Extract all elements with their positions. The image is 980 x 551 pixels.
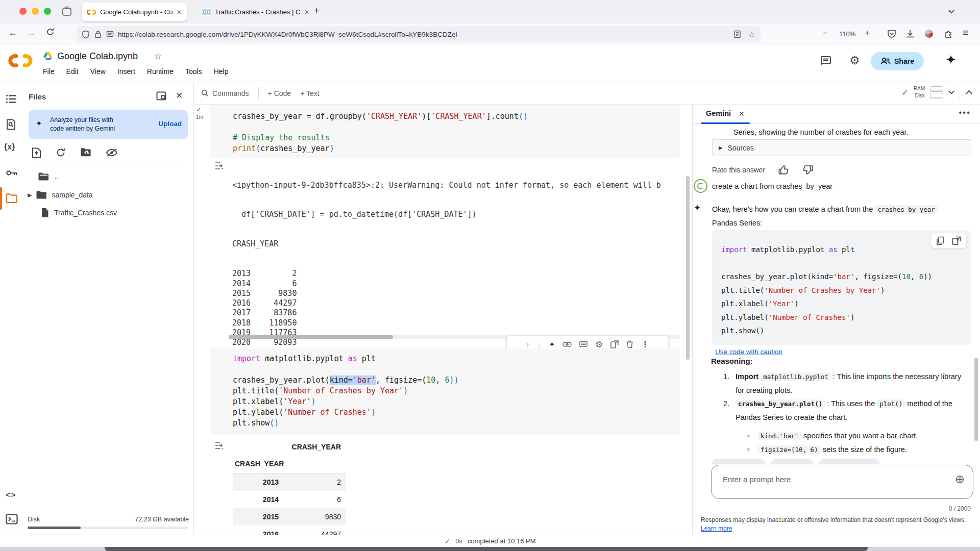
close-gemini-icon[interactable]: ✕	[739, 110, 745, 118]
tree-item-parent[interactable]: ..	[38, 172, 59, 181]
extension-icon[interactable]	[925, 30, 933, 38]
cell2-output-table: CRASH_YEAR CRASH_YEAR 201322014620159830…	[233, 440, 346, 535]
copy-link-icon[interactable]	[562, 342, 572, 347]
zoom-out-icon[interactable]: −	[823, 29, 827, 38]
back-icon[interactable]: ←	[8, 28, 17, 38]
add-text-button[interactable]: + Text	[300, 89, 320, 97]
menu-tools[interactable]: Tools	[185, 67, 202, 76]
star-notebook-icon[interactable]: ☆	[154, 51, 162, 62]
table-of-contents-icon[interactable]	[6, 94, 17, 104]
add-code-button[interactable]: + Code	[268, 89, 291, 97]
close-tab-icon[interactable]: ✕	[304, 9, 309, 16]
lock-icon[interactable]	[94, 30, 102, 38]
menu-view[interactable]: View	[90, 67, 106, 76]
files-folder-icon[interactable]	[6, 193, 17, 203]
comment-icon[interactable]	[579, 341, 587, 348]
bookmark-star-icon[interactable]: ☆	[748, 30, 755, 39]
panel-more-options-icon[interactable]: •••	[959, 108, 971, 118]
tab-gemini[interactable]: Gemini	[706, 109, 731, 117]
resource-gauges[interactable]	[930, 86, 943, 99]
move-cell-up-icon[interactable]: ↑	[526, 340, 530, 349]
minimize-window-button[interactable]	[32, 8, 39, 15]
prompt-input[interactable]	[722, 474, 938, 484]
delete-cell-trash-icon[interactable]	[626, 340, 633, 348]
zoom-in-icon[interactable]: +	[865, 28, 870, 38]
menu-insert[interactable]: Insert	[117, 67, 135, 76]
refresh-icon[interactable]	[56, 147, 66, 158]
gemini-sparkle-icon[interactable]: ✦	[945, 52, 957, 68]
thumbs-up-icon[interactable]	[778, 165, 789, 175]
reasoning-title: Reasoning:	[711, 357, 753, 365]
permissions-icon[interactable]	[106, 31, 114, 38]
insert-code-icon[interactable]	[952, 236, 961, 245]
variables-icon[interactable]: {x}	[4, 142, 15, 152]
downloads-icon[interactable]	[905, 30, 915, 38]
new-tab-button[interactable]: +	[313, 4, 320, 16]
menu-file[interactable]: File	[43, 67, 55, 76]
mount-drive-icon[interactable]	[80, 147, 91, 158]
notebook-scrollbar[interactable]	[686, 176, 690, 360]
cell1-code[interactable]: crashes_by_year = df.groupby('CRASH_YEAR…	[233, 111, 680, 154]
sources-expander[interactable]: ▶ Sources	[712, 139, 971, 156]
browser-zoom-level[interactable]: 110%	[839, 30, 855, 38]
settings-gear-icon[interactable]: ⚙	[849, 54, 860, 67]
chevron-right-icon[interactable]: ▶	[28, 192, 32, 198]
find-replace-icon[interactable]	[6, 119, 16, 130]
gemini-scrollbar[interactable]	[974, 358, 978, 441]
hidden-files-eye-icon[interactable]	[106, 147, 118, 158]
output-toggle-icon[interactable]	[214, 441, 224, 449]
more-options-icon[interactable]: ⋮	[641, 340, 649, 349]
learn-more-link[interactable]: Learn more	[701, 525, 732, 532]
close-panel-icon[interactable]: ✕	[176, 90, 183, 101]
menu-hamburger-icon[interactable]: ≡	[963, 27, 969, 39]
secrets-key-icon[interactable]	[6, 169, 18, 177]
use-code-caution-link[interactable]: Use code with caution	[715, 348, 782, 356]
suggestion-chip[interactable]	[771, 459, 813, 464]
share-button[interactable]: Share	[871, 52, 924, 70]
url-bar[interactable]: https://colab.research.google.com/drive/…	[77, 26, 761, 42]
output-toggle-icon[interactable]	[214, 162, 224, 170]
collapse-header-chevron-icon[interactable]	[965, 90, 973, 95]
cell1-editor[interactable]: crashes_by_year = df.groupby('CRASH_YEAR…	[210, 105, 680, 158]
cell2-editor[interactable]: import matplotlib.pyplot as plt crashes_…	[210, 348, 680, 435]
add-context-plus-icon[interactable]: ⊕	[955, 472, 965, 486]
open-panel-in-tab-icon[interactable]	[156, 91, 166, 101]
move-cell-down-icon[interactable]: ↓	[537, 340, 542, 349]
suggestion-chip[interactable]	[819, 459, 879, 464]
char-counter: 0 / 2000	[949, 505, 971, 512]
forward-icon[interactable]: →	[27, 28, 36, 38]
thumbs-down-icon[interactable]	[802, 165, 813, 175]
upload-file-icon[interactable]	[32, 147, 41, 158]
menu-edit[interactable]: Edit	[66, 67, 79, 76]
cell2-code[interactable]: import matplotlib.pyplot as plt crashes_…	[233, 354, 680, 429]
commands-button[interactable]: Commands	[201, 89, 249, 97]
comments-icon[interactable]	[820, 55, 832, 67]
copy-code-icon[interactable]	[936, 236, 945, 245]
suggestion-chip[interactable]	[712, 459, 765, 464]
list-tabs-chevron-icon[interactable]	[947, 7, 955, 15]
tree-item-csv[interactable]: Traffic_Crashes.csv	[41, 208, 117, 218]
terminal-icon[interactable]	[6, 514, 18, 524]
tree-item-sample-data[interactable]: ▶ sample_data	[28, 190, 93, 199]
pocket-icon[interactable]	[887, 30, 896, 38]
menu-runtime[interactable]: Runtime	[147, 67, 174, 76]
tracking-shield-icon[interactable]	[82, 30, 90, 39]
reload-icon[interactable]	[46, 28, 55, 36]
reader-mode-icon[interactable]	[733, 30, 741, 38]
close-tab-icon[interactable]: ✕	[177, 9, 182, 16]
extensions-puzzle-icon[interactable]	[944, 29, 953, 38]
firefox-view-icon[interactable]	[61, 6, 72, 17]
prompt-input-box[interactable]: ⊕	[711, 465, 973, 499]
mirror-cell-icon[interactable]	[610, 340, 619, 348]
zoom-window-button[interactable]	[44, 8, 51, 15]
gemini-cell-icon[interactable]: ✦	[549, 340, 555, 348]
user-avatar	[694, 179, 707, 193]
menu-help[interactable]: Help	[214, 67, 229, 76]
upload-link[interactable]: Upload	[158, 120, 182, 128]
code-snippets-icon[interactable]: <>	[6, 490, 17, 499]
close-window-button[interactable]	[19, 8, 27, 15]
notebook-title[interactable]: Google Colab.ipynb	[57, 51, 138, 62]
tab-traffic-crashes[interactable]: Traffic Crashes - Crashes | City ✕	[198, 3, 313, 21]
tab-colab[interactable]: Google Colab.ipynb - Colab ✕	[82, 3, 187, 21]
chevron-down-icon[interactable]	[948, 90, 954, 94]
